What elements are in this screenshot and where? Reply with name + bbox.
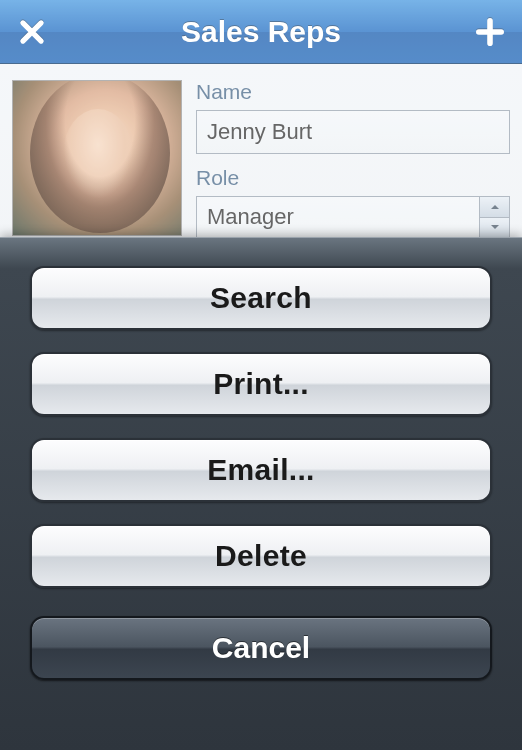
action-sheet: Search Print... Email... Delete Cancel xyxy=(0,237,522,750)
email-button[interactable]: Email... xyxy=(30,438,492,502)
delete-button[interactable]: Delete xyxy=(30,524,492,588)
search-button[interactable]: Search xyxy=(30,266,492,330)
print-button[interactable]: Print... xyxy=(30,352,492,416)
cancel-button[interactable]: Cancel xyxy=(30,616,492,680)
